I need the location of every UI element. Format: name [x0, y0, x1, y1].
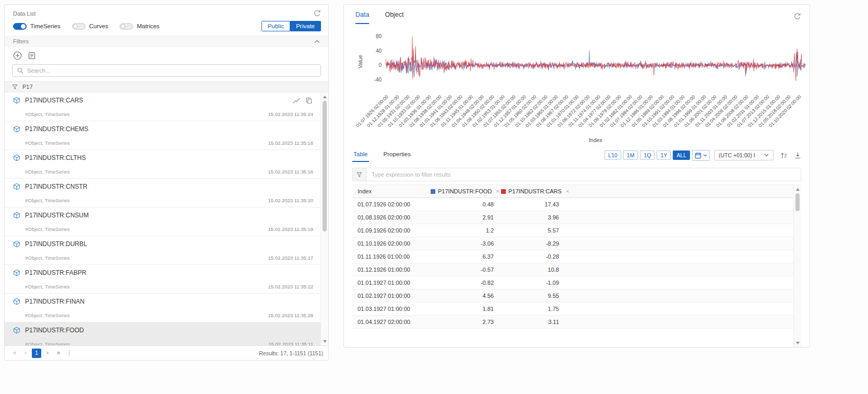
toggle-curves[interactable]: Curves — [72, 23, 108, 30]
scroll-up-icon[interactable] — [794, 186, 801, 193]
more-pages-button[interactable]: ⋮ — [65, 349, 74, 358]
data-view-panel: DataObject Value 01.07.1926 02:00:0001.1… — [343, 4, 810, 347]
table-row[interactable]: 01.07.1926 02:00:000.4817.43 — [352, 198, 793, 211]
public-button[interactable]: Public — [261, 21, 290, 31]
range-1m-button[interactable]: 1M — [623, 150, 638, 160]
list-item[interactable]: P17INDUSTR:FINAN#Object, TimeSeries15.02… — [5, 294, 320, 322]
table-header: Index P17INDUSTR:FOOD× P17INDUSTR:CARS× — [352, 185, 793, 198]
cell-food-value: -0.57 — [431, 266, 501, 273]
toggle-switch[interactable] — [13, 23, 27, 30]
item-name: P17INDUSTR:CARS — [25, 97, 83, 104]
table-scrollbar[interactable] — [793, 185, 801, 347]
private-button[interactable]: Private — [290, 21, 321, 31]
add-filter-button[interactable] — [13, 51, 22, 60]
item-name: P17INDUSTR:FOOD — [25, 327, 84, 334]
scroll-up-icon[interactable] — [321, 93, 328, 100]
cell-cars-value: -8.29 — [501, 240, 566, 247]
subtab-properties[interactable]: Properties — [383, 148, 412, 162]
current-page-button[interactable]: 1 — [32, 349, 41, 358]
series-column-cell: P17INDUSTR:FOOD× — [431, 188, 501, 194]
range-all-button[interactable]: ALL — [673, 150, 690, 160]
table-row[interactable]: 01.03.1927 01:00:001.811.75 — [352, 303, 793, 316]
list-scrollbar[interactable] — [320, 92, 328, 345]
list-item[interactable]: P17INDUSTR:DURBL#Object, TimeSeries15.02… — [5, 236, 320, 265]
date-range-picker-button[interactable] — [692, 150, 710, 161]
scroll-down-icon[interactable] — [321, 338, 328, 345]
first-page-button[interactable]: « — [10, 349, 19, 358]
toggle-knob — [73, 24, 78, 29]
scroll-thumb[interactable] — [795, 193, 800, 211]
cell-cars-value: -1.09 — [501, 280, 566, 286]
list-item[interactable]: P17INDUSTR:CNSUM#Object, TimeSeries15.02… — [5, 207, 320, 236]
timeseries-cube-icon — [13, 298, 20, 305]
toggle-matrices[interactable]: Matrices — [120, 23, 159, 30]
cell-index: 01.07.1926 02:00:00 — [352, 201, 431, 207]
toggle-switch[interactable] — [72, 23, 86, 30]
item-timestamp: 15.02.2023 11:35:17 — [268, 255, 313, 261]
download-icon[interactable] — [794, 152, 801, 159]
timeseries-list: P17INDUSTR:CARS#Object, TimeSeries15.02.… — [5, 92, 320, 345]
series-column-header[interactable]: P17INDUSTR:CARS× — [501, 188, 566, 194]
list-item[interactable]: P17INDUSTR:CARS#Object, TimeSeries15.02.… — [5, 92, 320, 121]
copy-icon[interactable] — [306, 97, 312, 104]
calendar-icon — [695, 152, 701, 159]
cell-food-value: 6.37 — [431, 253, 501, 260]
subtab-table[interactable]: Table — [352, 148, 369, 162]
table-filter-input[interactable] — [366, 171, 801, 178]
tab-data[interactable]: Data — [355, 11, 369, 24]
table-row[interactable]: 01.04.1927 02:00:002.733.11 — [352, 316, 793, 329]
table-properties-tabs: TableProperties — [352, 148, 425, 162]
timeseries-cube-icon — [13, 97, 20, 104]
range-1q-button[interactable]: 1Q — [640, 150, 655, 160]
refresh-icon[interactable] — [313, 9, 321, 17]
scroll-down-icon[interactable] — [794, 339, 801, 346]
item-meta: #Object, TimeSeries — [25, 284, 70, 289]
toggle-switch[interactable] — [120, 23, 133, 30]
timeseries-cube-icon — [13, 269, 20, 276]
toggle-timeseries[interactable]: TimeSeries — [13, 23, 61, 30]
search-input[interactable] — [27, 67, 316, 74]
item-meta: #Object, TimeSeries — [25, 111, 70, 117]
toggle-knob — [21, 24, 26, 29]
list-item[interactable]: P17INDUSTR:FOOD#Object, TimeSeries15.02.… — [5, 322, 320, 345]
index-column-header[interactable]: Index — [352, 188, 431, 194]
table-row[interactable]: 01.09.1926 02:00:001.25.57 — [352, 224, 793, 237]
list-item[interactable]: P17INDUSTR:CNSTR#Object, TimeSeries15.02… — [5, 179, 320, 207]
tab-object[interactable]: Object — [385, 11, 403, 24]
list-item[interactable]: P17INDUSTR:FABPR#Object, TimeSeries15.02… — [5, 265, 320, 294]
table-row[interactable]: 01.01.1927 01:00:00-0.82-1.09 — [352, 276, 793, 289]
series-column-header[interactable]: P17INDUSTR:FOOD× — [431, 188, 501, 194]
prev-page-button[interactable]: ‹ — [21, 349, 30, 358]
sort-icon[interactable] — [780, 152, 788, 159]
table-row[interactable]: 01.11.1926 01:00:006.37-0.28 — [352, 250, 793, 263]
range-1y-button[interactable]: 1Y — [657, 150, 671, 160]
cell-food-value: 4.56 — [431, 293, 501, 299]
last-page-button[interactable]: » — [54, 349, 63, 358]
range-buttons: L101M1Q1YALL — [604, 150, 690, 160]
table-filter-funnel-icon[interactable] — [353, 168, 366, 181]
timezone-select[interactable]: (UTC +01:00) I — [714, 150, 774, 160]
app-root: Data List TimeSeriesCurvesMatrices Publi… — [0, 0, 868, 394]
table-row[interactable]: 01.08.1926 02:00:002.913.96 — [352, 211, 793, 224]
refresh-icon[interactable] — [793, 13, 801, 20]
timeseries-cube-icon — [13, 125, 20, 133]
list-item[interactable]: P17INDUSTR:CHEMS#Object, TimeSeries15.02… — [5, 121, 320, 150]
item-timestamp: 15.02.2023 11:35:16 — [268, 169, 313, 175]
table-row[interactable]: 01.02.1927 01:00:004.569.55 — [352, 289, 793, 303]
table-row[interactable]: 01.10.1926 02:00:00-3.06-8.29 — [352, 237, 793, 250]
filters-section-header[interactable]: Filters — [5, 36, 328, 47]
filter-group-row[interactable]: P17 — [5, 81, 328, 92]
open-chart-icon[interactable] — [293, 97, 300, 104]
remove-column-icon[interactable]: × — [496, 188, 499, 194]
next-page-button[interactable]: › — [43, 349, 52, 358]
range-l10-button[interactable]: L10 — [604, 150, 621, 160]
saved-filters-button[interactable] — [28, 52, 35, 60]
chevron-up-icon — [314, 40, 320, 43]
filter-group-label: P17 — [22, 84, 33, 90]
scroll-thumb[interactable] — [323, 101, 327, 231]
list-item[interactable]: P17INDUSTR:CLTHS#Object, TimeSeries15.02… — [5, 150, 320, 179]
table-row[interactable]: 01.12.1926 01:00:00-0.5710.8 — [352, 263, 793, 276]
chart-canvas[interactable] — [385, 32, 806, 91]
remove-column-icon[interactable]: × — [566, 188, 569, 194]
item-timestamp: 15.02.2023 11:35:20 — [268, 198, 313, 203]
